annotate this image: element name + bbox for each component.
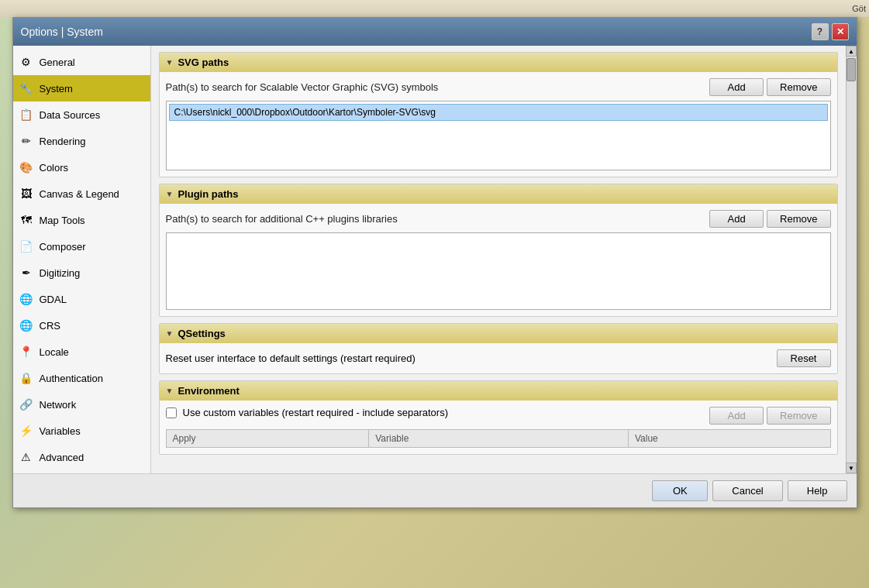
environment-header[interactable]: ▼ Environment — [160, 381, 837, 401]
general-label: General — [40, 57, 75, 68]
env-checkbox-label: Use custom variables (restart required -… — [183, 407, 448, 418]
authentication-label: Authentication — [40, 373, 103, 384]
environment-section: ▼ Environment Use custom variables (rest… — [159, 380, 838, 455]
locale-label: Locale — [40, 346, 69, 358]
sidebar-item-authentication[interactable]: 🔒Authentication — [13, 365, 150, 391]
sidebar-item-crs[interactable]: 🌐CRS — [13, 312, 150, 339]
qsettings-title: QSettings — [178, 328, 225, 339]
qsettings-row: Reset user interface to default settings… — [166, 349, 831, 367]
scroll-arrow-down[interactable]: ▼ — [846, 462, 857, 473]
env-remove-button[interactable]: Remove — [767, 407, 830, 425]
authentication-icon: 🔒 — [19, 371, 33, 385]
plugin-paths-listbox[interactable] — [166, 232, 831, 310]
network-label: Network — [40, 399, 77, 411]
plugin-paths-section: ▼ Plugin paths Path(s) to search for add… — [159, 184, 838, 317]
sidebar-item-rendering[interactable]: ✏Rendering — [13, 128, 150, 154]
system-label: System — [40, 83, 73, 95]
plugin-paths-triangle: ▼ — [166, 190, 174, 198]
colors-icon: 🎨 — [19, 160, 33, 174]
plugin-paths-header[interactable]: ▼ Plugin paths — [160, 184, 837, 204]
env-col-apply: Apply — [166, 430, 369, 448]
general-icon: ⚙ — [19, 55, 33, 69]
svg-paths-remove-button[interactable]: Remove — [767, 78, 830, 96]
qsettings-header[interactable]: ▼ QSettings — [160, 324, 837, 343]
vertical-scrollbar[interactable]: ▲ ▼ — [846, 46, 857, 473]
qsettings-body: Reset user interface to default settings… — [160, 343, 837, 373]
title-bar-controls: ? ✕ — [812, 23, 849, 40]
env-table-header: Apply Variable Value — [166, 430, 830, 448]
sidebar-item-network[interactable]: 🔗Network — [13, 391, 150, 418]
variables-icon: ⚡ — [19, 424, 33, 438]
sidebar-item-data-sources[interactable]: 📋Data Sources — [13, 101, 150, 128]
data-sources-icon: 📋 — [19, 108, 33, 122]
main-panel-scroll: ▼ SVG paths Path(s) to search for Scalab… — [151, 46, 846, 473]
close-title-button[interactable]: ✕ — [832, 23, 849, 40]
ok-button[interactable]: OK — [652, 480, 708, 501]
sidebar-item-locale[interactable]: 📍Locale — [13, 339, 150, 365]
crs-icon: 🌐 — [19, 318, 33, 332]
sidebar-item-advanced[interactable]: ⚠Advanced — [13, 444, 150, 470]
dialog-overlay: Options | System ? ✕ ⚙General🔧System📋Dat… — [0, 0, 869, 588]
svg-paths-triangle: ▼ — [166, 58, 174, 67]
environment-body: Use custom variables (restart required -… — [160, 401, 837, 454]
sidebar-item-variables[interactable]: ⚡Variables — [13, 418, 150, 444]
dialog-title: Options | System — [21, 26, 103, 38]
canvas-legend-icon: 🖼 — [19, 187, 33, 201]
advanced-label: Advanced — [40, 452, 84, 463]
cancel-button[interactable]: Cancel — [712, 480, 782, 501]
variables-label: Variables — [40, 425, 81, 437]
system-icon: 🔧 — [19, 81, 33, 95]
env-buttons: Add Remove — [709, 407, 830, 425]
network-icon: 🔗 — [19, 397, 33, 411]
env-checkbox-row: Use custom variables (restart required -… — [166, 407, 448, 418]
sidebar-item-system[interactable]: 🔧System — [13, 75, 150, 101]
scroll-arrow-up[interactable]: ▲ — [846, 46, 857, 57]
composer-label: Composer — [40, 241, 86, 253]
env-col-value: Value — [628, 430, 830, 448]
environment-title: Environment — [178, 385, 239, 397]
svg-paths-listbox[interactable]: C:\Users\nickl_000\Dropbox\Outdoor\Karto… — [166, 101, 831, 170]
sidebar-item-digitizing[interactable]: ✒Digitizing — [13, 260, 150, 286]
locale-icon: 📍 — [19, 345, 33, 359]
svg-paths-body: Path(s) to search for Scalable Vector Gr… — [160, 72, 837, 177]
rendering-label: Rendering — [40, 136, 86, 147]
env-col-variable: Variable — [369, 430, 629, 448]
options-dialog: Options | System ? ✕ ⚙General🔧System📋Dat… — [12, 17, 857, 508]
env-add-button[interactable]: Add — [709, 407, 764, 425]
map-tools-icon: 🗺 — [19, 213, 33, 227]
environment-triangle: ▼ — [166, 387, 174, 395]
svg-paths-add-button[interactable]: Add — [709, 78, 764, 96]
plugin-paths-remove-button[interactable]: Remove — [767, 210, 830, 228]
env-custom-vars-checkbox[interactable] — [166, 407, 177, 418]
sidebar-item-gdal[interactable]: 🌐GDAL — [13, 286, 150, 312]
help-button[interactable]: Help — [788, 480, 847, 501]
digitizing-icon: ✒ — [19, 266, 33, 280]
canvas-legend-label: Canvas & Legend — [40, 188, 119, 200]
help-title-button[interactable]: ? — [812, 23, 829, 40]
sidebar-item-composer[interactable]: 📄Composer — [13, 233, 150, 260]
sidebar-item-map-tools[interactable]: 🗺Map Tools — [13, 207, 150, 233]
dialog-footer: OK Cancel Help — [13, 473, 857, 507]
env-table: Apply Variable Value — [166, 429, 831, 448]
dialog-body: ⚙General🔧System📋Data Sources✏Rendering🎨C… — [13, 46, 857, 473]
sidebar: ⚙General🔧System📋Data Sources✏Rendering🎨C… — [13, 46, 151, 473]
colors-label: Colors — [40, 162, 69, 174]
plugin-paths-row: Path(s) to search for additional C++ plu… — [166, 210, 831, 228]
qsettings-reset-button[interactable]: Reset — [777, 349, 831, 367]
plugin-paths-add-button[interactable]: Add — [709, 210, 764, 228]
sidebar-item-general[interactable]: ⚙General — [13, 49, 150, 75]
qsettings-reset-label: Reset user interface to default settings… — [166, 352, 416, 364]
sidebar-item-canvas-legend[interactable]: 🖼Canvas & Legend — [13, 181, 150, 207]
rendering-icon: ✏ — [19, 134, 33, 148]
panel-with-scroll: ▼ SVG paths Path(s) to search for Scalab… — [151, 46, 857, 473]
plugin-paths-body: Path(s) to search for additional C++ plu… — [160, 204, 837, 316]
svg-paths-header[interactable]: ▼ SVG paths — [160, 53, 837, 72]
svg-paths-btns: Add Remove — [709, 78, 830, 96]
scroll-thumb[interactable] — [847, 58, 856, 81]
sidebar-item-colors[interactable]: 🎨Colors — [13, 154, 150, 181]
map-tools-label: Map Tools — [40, 215, 85, 226]
gdal-icon: 🌐 — [19, 292, 33, 306]
svg-path-item-0[interactable]: C:\Users\nickl_000\Dropbox\Outdoor\Karto… — [169, 104, 828, 121]
svg-paths-section: ▼ SVG paths Path(s) to search for Scalab… — [159, 52, 838, 177]
plugin-paths-title: Plugin paths — [178, 188, 238, 200]
